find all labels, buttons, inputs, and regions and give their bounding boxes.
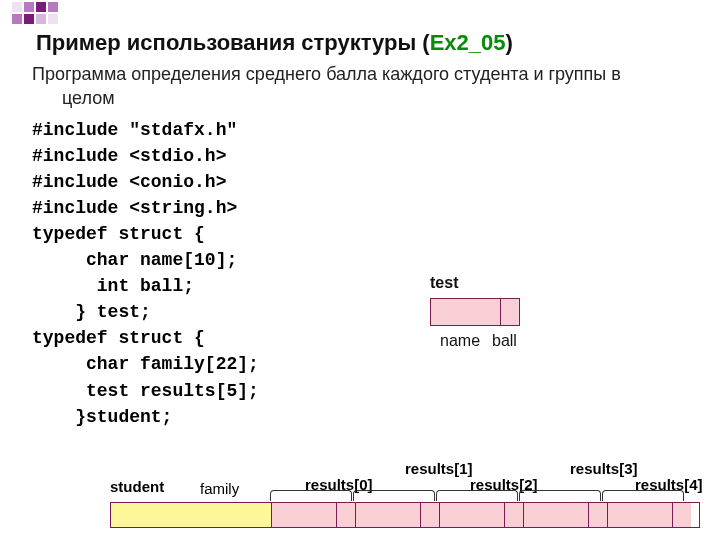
title-text: Пример использования структуры ( [36, 30, 430, 55]
title-accent: Ex2_05 [430, 30, 506, 55]
result-ball-cell [673, 503, 691, 527]
result-ball-cell [337, 503, 356, 527]
test-name-label: name [440, 332, 480, 350]
result-name-cell [524, 503, 589, 527]
family-label: family [200, 480, 239, 497]
family-cell [111, 503, 272, 527]
result-ball-cell [421, 503, 440, 527]
test-label: test [430, 274, 520, 292]
result-ball-cell [505, 503, 524, 527]
desc-line1: Программа определения среднего балла каж… [32, 64, 621, 84]
description: Программа определения среднего балла каж… [32, 62, 720, 111]
test-struct-diagram: test name ball [430, 274, 520, 352]
result-name-cell [608, 503, 673, 527]
student-struct-diagram: student family results[0] results[1] res… [110, 456, 700, 528]
test-ball-cell [501, 299, 519, 325]
result-name-cell [272, 503, 337, 527]
results1-label: results[1] [405, 460, 473, 477]
result-name-cell [356, 503, 421, 527]
brace-icon [270, 490, 352, 501]
brace-icon [353, 490, 435, 501]
student-label: student [110, 478, 164, 495]
code-block: #include "stdafx.h" #include <stdio.h> #… [32, 117, 720, 430]
desc-line2: целом [62, 86, 720, 110]
title-close: ) [506, 30, 513, 55]
test-ball-label: ball [492, 332, 517, 350]
results3-label: results[3] [570, 460, 638, 477]
brace-icon [436, 490, 518, 501]
brace-icon [519, 490, 601, 501]
slide-title: Пример использования структуры (Ex2_05) [36, 30, 720, 56]
test-name-cell [431, 299, 501, 325]
result-name-cell [440, 503, 505, 527]
brace-icon [602, 490, 684, 501]
corner-decoration [12, 2, 58, 24]
result-ball-cell [589, 503, 608, 527]
